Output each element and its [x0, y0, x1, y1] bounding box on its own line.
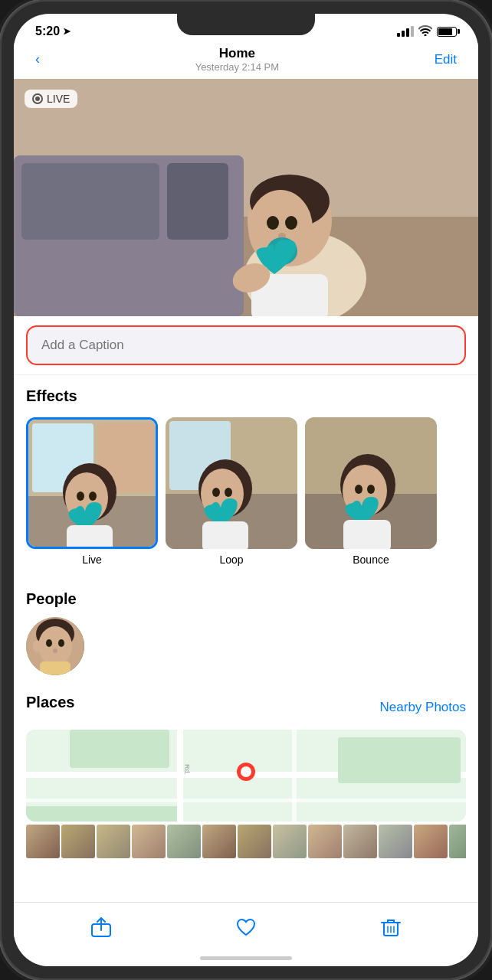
strip-thumb[interactable] [308, 825, 342, 858]
caption-wrapper [14, 316, 478, 375]
strip-thumb[interactable] [379, 825, 412, 858]
nearby-photos-link[interactable]: Nearby Photos [380, 700, 466, 715]
svg-point-45 [33, 640, 41, 652]
battery-icon [437, 27, 457, 37]
svg-rect-51 [26, 799, 466, 802]
svg-point-9 [267, 216, 279, 230]
strip-thumb[interactable] [202, 825, 236, 858]
strip-thumb[interactable] [26, 825, 60, 858]
nav-title: Home Yesterday 2:14 PM [195, 46, 279, 73]
places-header: Places Nearby Photos [26, 694, 466, 720]
strip-thumb[interactable] [97, 825, 130, 858]
trash-icon [380, 916, 402, 938]
signal-bars [397, 26, 414, 37]
status-time: 5:20 ➤ [35, 24, 71, 38]
scroll-content: LIVE Effects [14, 79, 478, 929]
svg-point-10 [285, 216, 297, 230]
svg-rect-55 [70, 730, 169, 768]
strip-thumb[interactable] [61, 825, 95, 858]
svg-point-36 [355, 485, 362, 494]
nav-bar: ‹ Home Yesterday 2:14 PM Edit [14, 43, 478, 79]
edit-button[interactable]: Edit [435, 52, 457, 67]
svg-point-41 [38, 626, 72, 666]
places-section: Places Nearby Photos Rd. [14, 681, 478, 864]
effect-item-live[interactable]: Live [26, 417, 158, 566]
effects-section: Effects [14, 375, 478, 578]
main-photo: LIVE [14, 79, 478, 316]
effect-thumb-loop [166, 417, 297, 549]
svg-point-30 [225, 488, 232, 497]
back-button[interactable]: ‹ [35, 51, 40, 67]
home-indicator [200, 956, 292, 960]
map-area[interactable]: Rd. [26, 730, 466, 822]
effect-label-live: Live [82, 554, 102, 566]
status-icons [397, 25, 457, 38]
heart-icon [235, 916, 257, 938]
svg-rect-56 [338, 737, 461, 783]
strip-thumb[interactable] [449, 825, 466, 858]
strip-thumb[interactable] [167, 825, 201, 858]
phone-screen: 5:20 ➤ [14, 14, 478, 966]
svg-text:Rd.: Rd. [183, 764, 191, 775]
favorite-button[interactable] [220, 910, 272, 944]
strip-thumb[interactable] [414, 825, 448, 858]
location-icon: ➤ [63, 26, 71, 37]
live-dot-icon [32, 93, 43, 104]
strip-thumb[interactable] [273, 825, 307, 858]
caption-input[interactable] [26, 325, 466, 365]
people-section: People [14, 578, 478, 681]
effect-item-bounce[interactable]: Bounce [305, 417, 437, 566]
share-icon [90, 916, 112, 938]
effect-label-bounce: Bounce [353, 554, 389, 566]
notch [177, 14, 315, 35]
places-title: Places [26, 694, 74, 711]
share-button[interactable] [75, 910, 127, 944]
svg-point-37 [367, 485, 375, 494]
svg-rect-46 [40, 662, 71, 675]
effect-thumb-bounce [305, 417, 437, 549]
photo-baby-image [14, 79, 478, 316]
svg-rect-4 [167, 163, 228, 240]
photo-strip [26, 825, 466, 858]
strip-thumb[interactable] [343, 825, 377, 858]
svg-point-22 [89, 492, 97, 501]
effect-thumb-live [26, 417, 158, 549]
svg-point-44 [53, 648, 57, 653]
strip-thumb[interactable] [238, 825, 271, 858]
svg-rect-23 [67, 525, 113, 549]
svg-rect-31 [202, 521, 248, 549]
svg-rect-57 [26, 806, 177, 822]
svg-rect-3 [21, 163, 159, 240]
effects-row: Live [26, 414, 466, 572]
people-title: People [26, 590, 466, 608]
effect-label-loop: Loop [219, 554, 243, 566]
effects-title: Effects [26, 387, 466, 405]
svg-rect-38 [343, 520, 391, 549]
phone-frame: 5:20 ➤ [0, 0, 492, 980]
svg-point-29 [212, 488, 220, 497]
person-avatar[interactable] [26, 617, 84, 675]
wifi-icon [418, 25, 432, 38]
effect-item-loop[interactable]: Loop [166, 417, 297, 566]
svg-rect-50 [292, 730, 297, 822]
svg-point-21 [77, 492, 84, 501]
strip-thumb[interactable] [132, 825, 166, 858]
svg-point-43 [58, 639, 64, 647]
delete-button[interactable] [365, 910, 417, 944]
live-badge: LIVE [25, 90, 77, 108]
svg-point-42 [46, 639, 52, 647]
svg-point-54 [241, 766, 251, 777]
